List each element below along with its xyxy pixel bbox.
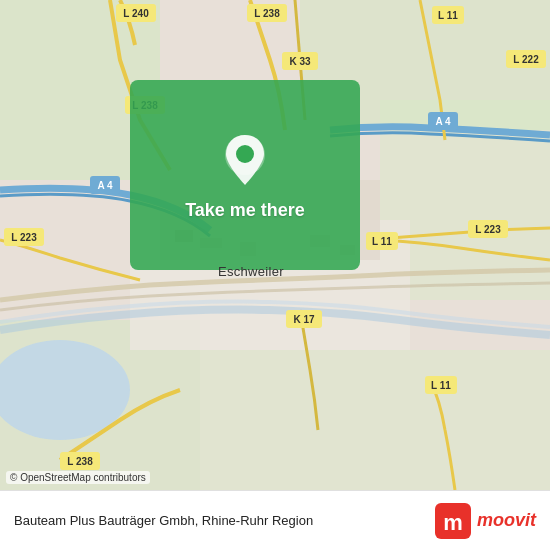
svg-point-43 bbox=[236, 145, 254, 163]
map-attribution: © OpenStreetMap contributors bbox=[6, 471, 150, 484]
svg-text:L 11: L 11 bbox=[431, 380, 451, 391]
svg-text:L 223: L 223 bbox=[475, 224, 501, 235]
svg-text:m: m bbox=[443, 510, 463, 535]
take-me-there-button[interactable]: Take me there bbox=[130, 80, 360, 270]
svg-text:L 240: L 240 bbox=[123, 8, 149, 19]
svg-text:L 222: L 222 bbox=[513, 54, 539, 65]
svg-text:L 223: L 223 bbox=[11, 232, 37, 243]
svg-text:K 33: K 33 bbox=[289, 56, 311, 67]
moovit-wordmark: moovit bbox=[477, 510, 536, 531]
svg-text:K 17: K 17 bbox=[293, 314, 315, 325]
location-pin-icon bbox=[220, 130, 270, 190]
moovit-icon: m bbox=[435, 503, 471, 539]
bottom-bar: Bauteam Plus Bauträger Gmbh, Rhine-Ruhr … bbox=[0, 490, 550, 550]
svg-text:L 238: L 238 bbox=[254, 8, 280, 19]
place-title: Bauteam Plus Bauträger Gmbh, Rhine-Ruhr … bbox=[14, 513, 313, 528]
moovit-logo: m moovit bbox=[435, 503, 536, 539]
svg-text:L 238: L 238 bbox=[67, 456, 93, 467]
svg-text:A 4: A 4 bbox=[97, 180, 113, 191]
svg-rect-5 bbox=[200, 350, 550, 490]
map-container: L 240 L 238 K 33 L 11 L 222 A 4 A 4 L 23… bbox=[0, 0, 550, 490]
svg-text:A 4: A 4 bbox=[435, 116, 451, 127]
take-me-there-label: Take me there bbox=[185, 200, 305, 221]
svg-text:L 11: L 11 bbox=[438, 10, 458, 21]
svg-text:L 11: L 11 bbox=[372, 236, 392, 247]
city-label: Eschweiler bbox=[218, 264, 284, 279]
